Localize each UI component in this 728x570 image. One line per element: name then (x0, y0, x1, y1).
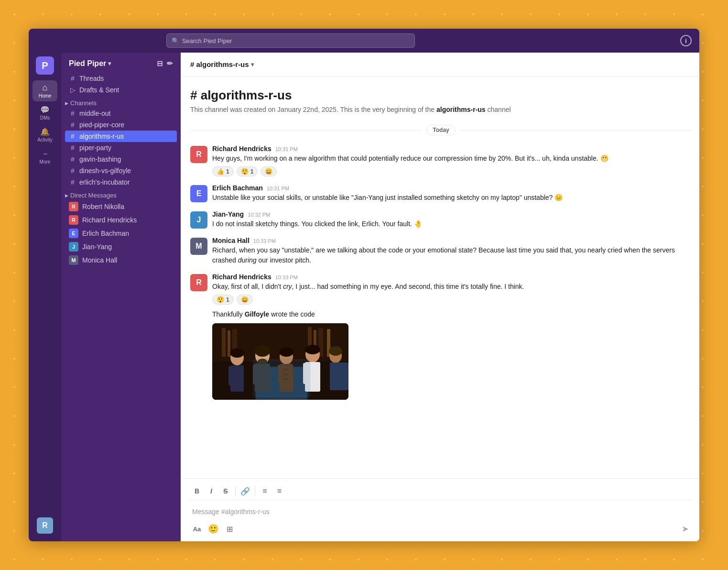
input-bottom-bar: Aa 🙂 ⊞ ➤ (190, 522, 692, 536)
dms-expand-icon: ▶ (65, 193, 68, 198)
date-divider: Today (190, 125, 692, 135)
dms-label: Direct Messages (70, 192, 117, 199)
home-icon: ⌂ (43, 83, 48, 92)
msg-author[interactable]: Erlich Bachman (212, 184, 263, 192)
channels-section-header[interactable]: ▶ Channels (61, 96, 181, 108)
message-group: R Richard Hendricks 10:33 PM Okay, first… (190, 271, 692, 402)
unordered-list-button[interactable]: ≡ (272, 484, 286, 498)
drafts-label: Drafts & Sent (79, 86, 119, 94)
dm-avatar-monica: M (69, 255, 78, 265)
svg-rect-38 (253, 359, 310, 397)
sidebar-item-more[interactable]: ··· More (33, 147, 57, 167)
image-attachment (212, 323, 348, 400)
italic-button[interactable]: I (205, 484, 218, 498)
reaction-surprised[interactable]: 😲 1 (237, 166, 258, 176)
dms-section-header[interactable]: ▶ Direct Messages (61, 188, 181, 200)
nav-item-threads[interactable]: # Threads (65, 73, 177, 84)
sidebar-item-home[interactable]: ⌂ Home (33, 80, 57, 101)
channel-hash-icon: # (69, 167, 76, 175)
reaction-surprised2[interactable]: 😲 1 (212, 295, 234, 305)
channel-algorithms-r-us[interactable]: # algorithms-r-us (65, 131, 177, 142)
ordered-list-button[interactable]: ≡ (258, 484, 272, 498)
channel-gavin-bashing[interactable]: # gavin-bashing (65, 153, 177, 165)
formatting-toolbar: B I S 🔗 ≡ ≡ (190, 482, 692, 500)
reaction-smiley2[interactable]: 😄 (237, 295, 253, 305)
channel-dinesh-vs-gilfoyle[interactable]: # dinesh-vs-gilfoyle (65, 165, 177, 176)
filter-icon[interactable]: ⊟ (157, 59, 163, 68)
channel-erlichs-incubator[interactable]: # erlich's-incubator (65, 176, 177, 188)
channel-piper-party[interactable]: # piper-party (65, 142, 177, 153)
toolbar-divider (235, 486, 236, 496)
workspace-header[interactable]: Pied Piper ▾ ⊟ ✏ (61, 53, 181, 73)
nav-item-drafts[interactable]: ▷ Drafts & Sent (65, 84, 177, 96)
msg-time: 10:31 PM (267, 186, 289, 191)
bold-button[interactable]: B (190, 484, 204, 498)
dm-avatar-erlich: E (69, 229, 78, 238)
link-button[interactable]: 🔗 (239, 484, 252, 498)
channel-pied-piper-core[interactable]: # pied-piper-core (65, 119, 177, 131)
user-avatar[interactable]: R (37, 517, 53, 534)
app-window: 🔍 Search Pied Piper i P ⌂ Home 💬 DMs 🔔 A… (29, 29, 699, 541)
channels-list: # middle-out # pied-piper-core # algorit… (61, 108, 181, 188)
channel-chevron-icon: ▾ (251, 61, 254, 68)
reaction-smiley[interactable]: 😄 (261, 166, 277, 176)
channels-label: Channels (70, 99, 97, 107)
svg-point-15 (230, 348, 244, 358)
top-bar-right: i (680, 35, 692, 46)
dm-jian[interactable]: J Jian-Yang (65, 240, 177, 253)
msg-body: Jian-Yang 10:32 PM I do not install sket… (212, 210, 692, 229)
message-placeholder: Message #algorithms-r-us (192, 508, 270, 515)
channel-hash-icon: # (69, 144, 76, 152)
svg-point-34 (305, 345, 320, 354)
threads-icon: # (69, 75, 76, 82)
channel-intro: # algorithms-r-us This channel was creat… (190, 88, 692, 113)
channel-header-title[interactable]: # algorithms-r-us ▾ (190, 60, 254, 68)
msg-image-caption: Thankfully Gilfoyle wrote the code (212, 309, 692, 319)
dm-avatar-jian: J (69, 242, 78, 252)
msg-author[interactable]: Jian-Yang (212, 210, 244, 218)
left-panel: Pied Piper ▾ ⊟ ✏ # Threads ▷ Drafts & Se… (61, 53, 181, 541)
msg-avatar-erlich: E (190, 185, 207, 202)
search-bar[interactable]: 🔍 Search Pied Piper (166, 33, 415, 48)
channel-hash-icon: # (69, 110, 76, 117)
main-content: P ⌂ Home 💬 DMs 🔔 Activity ··· More R (29, 53, 699, 541)
workspace-icon[interactable]: P (36, 56, 54, 75)
channel-middle-out[interactable]: # middle-out (65, 108, 177, 119)
info-icon[interactable]: i (680, 35, 692, 46)
msg-author[interactable]: Monica Hall (212, 237, 250, 244)
strikethrough-button[interactable]: S (219, 484, 232, 498)
emoji-button[interactable]: 🙂 (206, 522, 220, 536)
compose-icon[interactable]: ✏ (167, 59, 173, 68)
svg-point-20 (255, 345, 270, 357)
chat-area: # algorithms-r-us ▾ # algorithms-r-us Th… (183, 53, 699, 541)
msg-author[interactable]: Richard Hendricks (212, 145, 272, 153)
attachment-button[interactable]: ⊞ (223, 522, 236, 536)
text-size-button[interactable]: Aa (190, 522, 204, 536)
dm-erlich[interactable]: E Erlich Bachman (65, 227, 177, 240)
msg-header: Erlich Bachman 10:31 PM (212, 184, 692, 192)
image-inner (212, 323, 348, 400)
msg-author[interactable]: Richard Hendricks (212, 273, 272, 281)
channels-expand-icon: ▶ (65, 101, 68, 106)
msg-time: 10:32 PM (248, 212, 270, 218)
msg-reactions: 👍 1 😲 1 😄 (212, 166, 692, 176)
dms-label: DMs (40, 115, 50, 121)
search-placeholder: Search Pied Piper (182, 37, 232, 44)
date-divider-label: Today (426, 125, 455, 135)
message-group: M Monica Hall 10:33 PM Richard, when you… (190, 235, 692, 267)
reaction-thumbsup[interactable]: 👍 1 (212, 166, 234, 176)
message-input[interactable]: Message #algorithms-r-us (190, 503, 692, 520)
sidebar-item-activity[interactable]: 🔔 Activity (33, 125, 57, 145)
dm-robert[interactable]: R Robert Nikolla (65, 200, 177, 213)
send-button[interactable]: ➤ (678, 522, 692, 536)
dm-avatar-robert: R (69, 202, 78, 211)
svg-point-37 (329, 346, 342, 356)
dms-list: R Robert Nikolla R Richard Hendricks E E… (61, 200, 181, 267)
workspace-name: Pied Piper (69, 59, 106, 68)
msg-text: Hey guys, I'm working on a new algorithm… (212, 153, 692, 164)
top-bar: 🔍 Search Pied Piper i (29, 29, 699, 53)
sidebar-item-dms[interactable]: 💬 DMs (33, 103, 57, 123)
dm-monica[interactable]: M Monica Hall (65, 253, 177, 267)
channel-hash-icon: # (69, 121, 76, 129)
dm-richard[interactable]: R Richard Hendricks (65, 213, 177, 227)
